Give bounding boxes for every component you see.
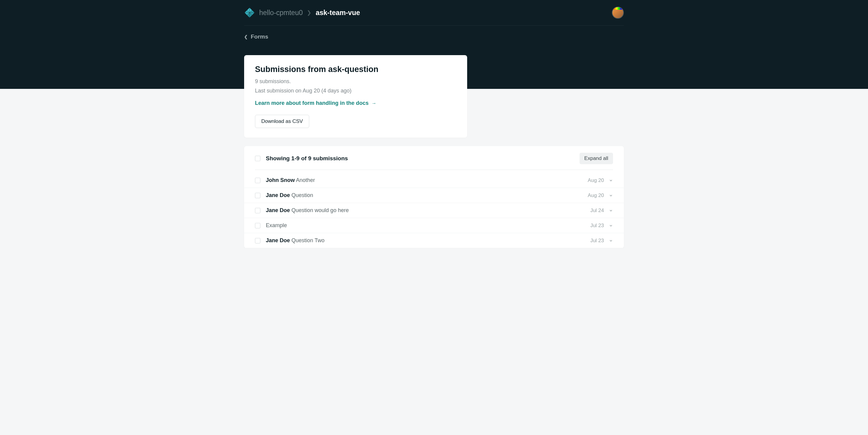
card-title: Submissions from ask-question bbox=[255, 65, 456, 74]
chevron-down-icon[interactable] bbox=[609, 193, 613, 198]
download-csv-button[interactable]: Download as CSV bbox=[255, 115, 309, 128]
row-name: Jane Doe bbox=[266, 237, 290, 243]
table-row[interactable]: ExampleJul 23 bbox=[244, 218, 624, 233]
row-text: John Snow Another bbox=[266, 177, 315, 183]
list-count-text: Showing 1-9 of 9 submissions bbox=[266, 155, 348, 162]
row-checkbox[interactable] bbox=[255, 178, 260, 183]
chevron-left-icon: ❮ bbox=[244, 34, 248, 39]
row-name: John Snow bbox=[266, 177, 295, 183]
submissions-list: Showing 1-9 of 9 submissions Expand all … bbox=[244, 146, 624, 248]
arrow-right-icon: → bbox=[372, 101, 376, 106]
row-checkbox[interactable] bbox=[255, 193, 260, 198]
top-bar: hello-cpmteu0 ❯ ask-team-vue bbox=[244, 0, 624, 26]
docs-link-text: Learn more about form handling in the do… bbox=[255, 100, 369, 106]
select-all-checkbox[interactable] bbox=[255, 156, 260, 161]
breadcrumb: hello-cpmteu0 ❯ ask-team-vue bbox=[244, 7, 360, 18]
row-text: Jane Doe Question bbox=[266, 192, 313, 199]
last-submission: Last submission on Aug 20 (4 days ago) bbox=[255, 88, 456, 94]
docs-link[interactable]: Learn more about form handling in the do… bbox=[255, 100, 376, 106]
breadcrumb-parent[interactable]: hello-cpmteu0 bbox=[259, 9, 303, 17]
row-date: Jul 24 bbox=[590, 207, 604, 213]
row-name: Jane Doe bbox=[266, 207, 290, 213]
row-text: Jane Doe Question Two bbox=[266, 237, 324, 244]
row-date: Jul 23 bbox=[590, 223, 604, 229]
row-date: Aug 20 bbox=[588, 177, 604, 183]
row-date: Aug 20 bbox=[588, 193, 604, 199]
chevron-down-icon[interactable] bbox=[609, 224, 613, 228]
back-label: Forms bbox=[251, 33, 268, 40]
summary-card: Submissions from ask-question 9 submissi… bbox=[244, 55, 467, 138]
table-row[interactable]: John Snow AnotherAug 20 bbox=[244, 170, 624, 188]
submissions-count: 9 submissions. bbox=[255, 78, 456, 85]
row-name: Jane Doe bbox=[266, 192, 290, 198]
chevron-right-icon: ❯ bbox=[307, 9, 311, 16]
table-row[interactable]: Jane Doe QuestionAug 20 bbox=[244, 188, 624, 203]
back-link[interactable]: ❮ Forms bbox=[244, 33, 268, 40]
chevron-down-icon[interactable] bbox=[609, 239, 613, 243]
avatar[interactable] bbox=[612, 7, 624, 19]
row-checkbox[interactable] bbox=[255, 208, 260, 213]
row-text: Example bbox=[266, 222, 287, 229]
row-date: Jul 23 bbox=[590, 238, 604, 244]
content-area: Submissions from ask-question 9 submissi… bbox=[238, 55, 630, 248]
breadcrumb-current: ask-team-vue bbox=[315, 9, 360, 17]
netlify-logo-icon[interactable] bbox=[244, 7, 255, 18]
row-checkbox[interactable] bbox=[255, 238, 260, 243]
row-text: Jane Doe Question would go here bbox=[266, 207, 349, 213]
chevron-down-icon[interactable] bbox=[609, 178, 613, 182]
list-header: Showing 1-9 of 9 submissions Expand all bbox=[244, 146, 624, 170]
chevron-down-icon[interactable] bbox=[609, 208, 613, 213]
row-checkbox[interactable] bbox=[255, 223, 260, 228]
table-row[interactable]: Jane Doe Question TwoJul 23 bbox=[244, 233, 624, 248]
table-row[interactable]: Jane Doe Question would go hereJul 24 bbox=[244, 203, 624, 218]
expand-all-button[interactable]: Expand all bbox=[580, 153, 613, 164]
